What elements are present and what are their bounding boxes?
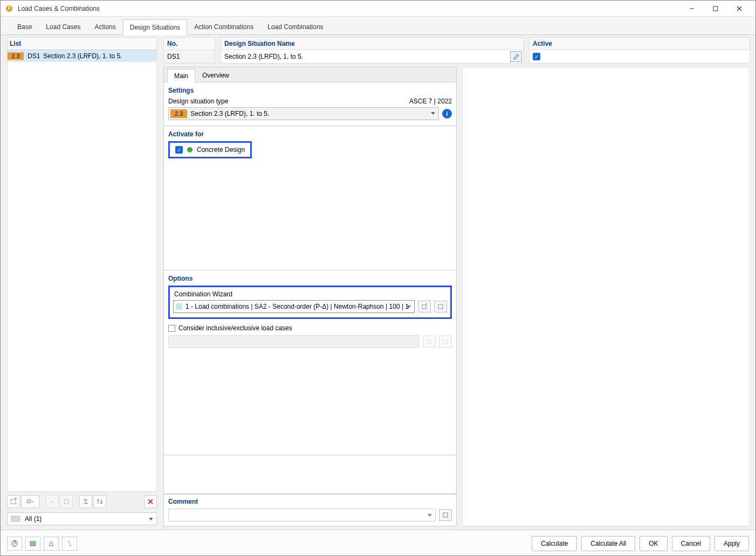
- combination-wizard-label: Combination Wizard: [174, 290, 447, 298]
- svg-rect-14: [427, 340, 431, 344]
- svg-rect-3: [713, 6, 718, 11]
- activate-title: Activate for: [168, 130, 452, 138]
- ds-type-badge: 2.3: [170, 109, 187, 118]
- svg-text:?: ?: [13, 540, 17, 547]
- cw-new-icon[interactable]: [418, 301, 431, 312]
- consider-edit-icon: [439, 336, 452, 348]
- ds-standard: ASCE 7 | 2022: [409, 98, 452, 105]
- tab-design-situations[interactable]: Design Situations: [123, 19, 187, 35]
- main-tabstrip: Base Load Cases Actions Design Situation…: [1, 17, 755, 35]
- cancel-button[interactable]: Cancel: [672, 536, 710, 551]
- list-item-desc: Section 2.3 (LRFD), 1. to 5.: [43, 52, 122, 60]
- active-label: Active: [529, 37, 750, 50]
- tool2-icon[interactable]: [60, 495, 73, 508]
- edit-name-icon[interactable]: [510, 51, 522, 62]
- window-title: Load Cases & Combinations: [18, 5, 680, 12]
- right-panel: No. DS1 Design Situation Name Section 2.…: [160, 35, 755, 530]
- svg-rect-6: [11, 499, 16, 504]
- active-checkbox[interactable]: [533, 53, 540, 60]
- list-item-code: DS1: [28, 52, 40, 60]
- nav-icon[interactable]: [44, 537, 59, 551]
- minimize-button[interactable]: [680, 1, 704, 16]
- settings-title: Settings: [168, 87, 452, 94]
- no-label: No.: [163, 37, 215, 50]
- cw-edit-icon[interactable]: [434, 301, 447, 312]
- filter-value: All (1): [25, 515, 42, 523]
- svg-rect-15: [443, 339, 448, 344]
- subtab-overview[interactable]: Overview: [195, 68, 236, 82]
- tab-actions[interactable]: Actions: [87, 19, 122, 34]
- no-value: DS1: [163, 50, 215, 64]
- comment-title: Comment: [168, 498, 452, 505]
- tab-action-combinations[interactable]: Action Combinations: [187, 19, 260, 34]
- activate-panel: Activate for Concrete Design: [163, 126, 457, 270]
- close-button[interactable]: [727, 1, 751, 16]
- titlebar: Load Cases & Combinations: [1, 1, 755, 17]
- svg-rect-1: [9, 6, 10, 10]
- right-preview-panel: [462, 67, 750, 526]
- svg-rect-12: [422, 305, 426, 309]
- name-label: Design Situation Name: [221, 37, 524, 50]
- chevron-down-icon: [431, 112, 435, 115]
- options-title: Options: [168, 275, 452, 282]
- options-panel: Options Combination Wizard 1 - Load comb…: [163, 270, 457, 455]
- calculate-button[interactable]: Calculate: [532, 536, 577, 551]
- combination-wizard-value: 1 - Load combinations | SA2 - Second-ord…: [185, 303, 409, 310]
- footer: ? Calculate Calculate All OK Cancel Appl…: [1, 530, 755, 556]
- copy-dropdown-icon[interactable]: [21, 495, 39, 508]
- svg-rect-13: [438, 304, 443, 309]
- concrete-design-label: Concrete Design: [197, 146, 245, 154]
- list-filter[interactable]: All (1): [7, 512, 157, 526]
- consider-checkbox[interactable]: [168, 325, 175, 332]
- chevron-down-icon: [407, 305, 411, 308]
- combination-wizard-select[interactable]: 1 - Load combinations | SA2 - Second-ord…: [173, 300, 415, 313]
- graphic-preview: [163, 455, 457, 494]
- activate-concrete-box: Concrete Design: [168, 141, 252, 158]
- swap-icon[interactable]: [79, 495, 92, 508]
- filter-swatch-icon: [11, 516, 20, 522]
- info-icon[interactable]: i: [442, 109, 452, 119]
- concrete-design-checkbox[interactable]: [175, 146, 183, 154]
- list-item-badge: 2.3: [8, 52, 24, 60]
- ds-type-value: Section 2.3 (LRFD), 1. to 5.: [190, 110, 269, 117]
- new-icon[interactable]: [7, 495, 20, 508]
- maximize-button[interactable]: [704, 1, 727, 16]
- name-value-text: Section 2.3 (LRFD), 1. to 5.: [224, 53, 303, 60]
- units-icon[interactable]: [25, 537, 40, 551]
- sub-tabstrip: Main Overview: [163, 67, 457, 82]
- tool1-icon[interactable]: [46, 495, 59, 508]
- name-field: Design Situation Name Section 2.3 (LRFD)…: [221, 37, 524, 64]
- chevron-down-icon: [428, 514, 432, 517]
- combination-wizard-box: Combination Wizard 1 - Load combinations…: [168, 286, 452, 319]
- subtab-main[interactable]: Main: [167, 69, 195, 82]
- comment-input[interactable]: [168, 509, 436, 522]
- app-icon: [5, 4, 13, 13]
- delete-icon[interactable]: [144, 495, 157, 508]
- tab-base[interactable]: Base: [10, 19, 39, 34]
- comment-edit-icon[interactable]: [439, 509, 452, 521]
- chevron-down-icon: [149, 518, 153, 520]
- svg-rect-19: [30, 541, 36, 546]
- tab-load-cases[interactable]: Load Cases: [39, 19, 87, 34]
- calculate-all-button[interactable]: Calculate All: [581, 536, 635, 551]
- consider-field-disabled: [168, 335, 420, 348]
- ds-type-select[interactable]: 2.3 Section 2.3 (LRFD), 1. to 5.: [168, 107, 439, 120]
- active-field: Active: [529, 37, 750, 64]
- svg-rect-7: [27, 500, 30, 503]
- list-item[interactable]: 2.3 DS1 Section 2.3 (LRFD), 1. to 5.: [8, 50, 156, 62]
- apply-button[interactable]: Apply: [714, 536, 749, 551]
- list-toolbar: [7, 494, 157, 509]
- svg-rect-8: [28, 499, 31, 503]
- ds-type-label: Design situation type: [168, 98, 228, 105]
- sort-icon[interactable]: [93, 495, 106, 508]
- svg-rect-9: [64, 499, 68, 504]
- settings-panel: Settings Design situation type ASCE 7 | …: [163, 82, 457, 126]
- ok-button[interactable]: OK: [640, 536, 667, 551]
- situation-list[interactable]: 2.3 DS1 Section 2.3 (LRFD), 1. to 5.: [7, 50, 157, 492]
- name-input[interactable]: Section 2.3 (LRFD), 1. to 5.: [221, 50, 524, 64]
- script-icon[interactable]: [62, 537, 77, 551]
- cw-swatch-icon: [176, 303, 182, 310]
- svg-rect-16: [443, 513, 448, 517]
- help-icon[interactable]: ?: [7, 537, 22, 551]
- tab-load-combinations[interactable]: Load Combinations: [260, 19, 330, 34]
